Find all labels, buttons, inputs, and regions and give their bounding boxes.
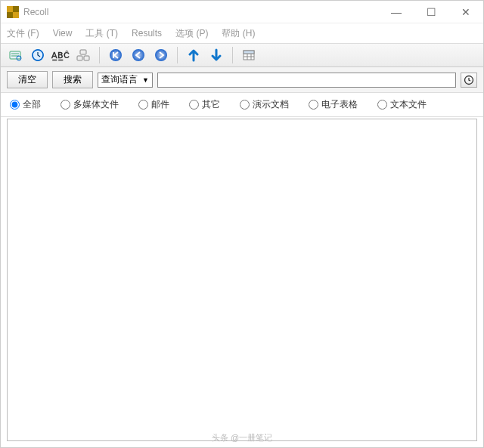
query-type-label: 查询语言 [101, 73, 138, 86]
svg-rect-0 [10, 51, 20, 59]
first-page-icon[interactable] [106, 45, 126, 65]
chevron-down-icon: ▼ [142, 76, 149, 84]
close-button[interactable]: ✕ [448, 1, 483, 23]
categories-icon[interactable] [73, 45, 93, 65]
minimize-button[interactable]: ― [379, 1, 414, 23]
filter-media[interactable]: 多媒体文件 [60, 98, 119, 111]
svg-rect-12 [244, 51, 254, 54]
separator [99, 47, 100, 63]
table-view-icon[interactable] [239, 45, 259, 65]
index-icon[interactable] [5, 45, 25, 65]
svg-rect-7 [84, 56, 89, 60]
sort-desc-icon[interactable] [206, 45, 226, 65]
titlebar: Recoll ― ☐ ✕ [1, 1, 483, 23]
spellcheck-icon[interactable]: A̲B̲Ĉ [51, 45, 70, 65]
app-window: Recoll ― ☐ ✕ 文件 (F) View 工具 (T) Results … [0, 0, 484, 448]
svg-rect-5 [80, 50, 86, 54]
svg-point-10 [155, 49, 167, 61]
menu-results[interactable]: Results [132, 28, 162, 39]
window-controls: ― ☐ ✕ [379, 1, 483, 23]
menu-view[interactable]: View [53, 28, 73, 39]
filter-bar: 全部 多媒体文件 邮件 其它 演示文档 电子表格 文本文件 [1, 93, 483, 117]
menu-options[interactable]: 选项 (P) [175, 27, 208, 40]
filter-mail[interactable]: 邮件 [138, 98, 169, 111]
menu-help[interactable]: 帮助 (H) [222, 27, 255, 40]
svg-rect-6 [77, 56, 82, 60]
clear-button[interactable]: 清空 [7, 71, 48, 88]
filter-text[interactable]: 文本文件 [377, 98, 427, 111]
query-type-select[interactable]: 查询语言 ▼ [98, 73, 153, 88]
prev-page-icon[interactable] [129, 45, 148, 65]
sort-asc-icon[interactable] [184, 45, 203, 65]
app-icon [7, 6, 19, 18]
menu-file[interactable]: 文件 (F) [7, 27, 39, 40]
filter-other[interactable]: 其它 [189, 98, 220, 111]
window-title: Recoll [23, 7, 379, 17]
next-page-icon[interactable] [151, 45, 171, 65]
searchbar: 清空 搜索 查询语言 ▼ [1, 67, 483, 93]
filter-presentation[interactable]: 演示文档 [240, 98, 289, 111]
separator [177, 47, 178, 63]
menubar: 文件 (F) View 工具 (T) Results 选项 (P) 帮助 (H) [1, 23, 483, 43]
maximize-button[interactable]: ☐ [414, 1, 448, 23]
history-button[interactable] [461, 73, 477, 88]
separator [232, 47, 233, 63]
search-button[interactable]: 搜索 [52, 71, 93, 88]
search-input[interactable] [157, 73, 456, 88]
clock-icon[interactable] [28, 45, 48, 65]
filter-spreadsheet[interactable]: 电子表格 [309, 98, 358, 111]
results-pane [7, 119, 477, 441]
toolbar: A̲B̲Ĉ [1, 43, 483, 67]
filter-all[interactable]: 全部 [10, 98, 41, 111]
history-icon [464, 75, 474, 85]
svg-point-9 [132, 49, 144, 61]
menu-tools[interactable]: 工具 (T) [85, 27, 118, 40]
svg-point-8 [110, 49, 122, 61]
